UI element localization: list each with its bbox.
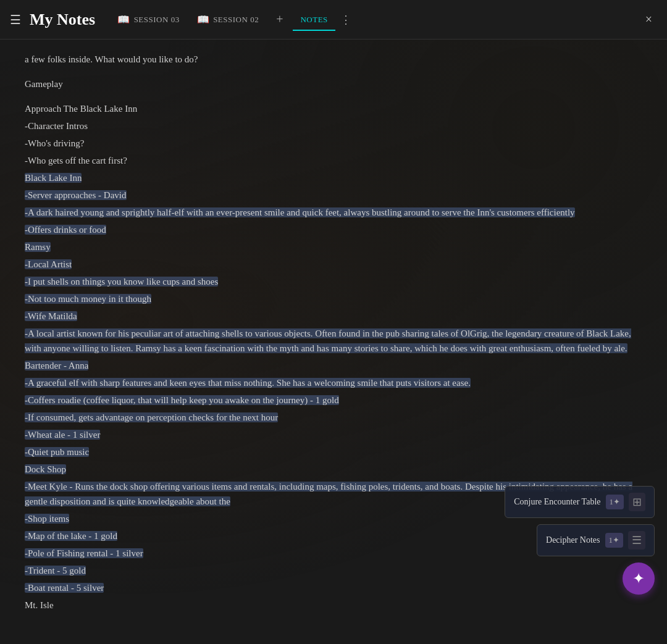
gameplay-section: Gameplay xyxy=(25,77,642,91)
decipher-notes-button[interactable]: Decipher Notes 1✦ ☰ xyxy=(537,524,655,556)
tab-group: 📖 SESSION 03 📖 SESSION 02 + NOTES ⋮ xyxy=(110,7,354,31)
search-lines-icon: ☰ xyxy=(628,531,645,550)
map-line: -Map of the lake - 1 gold xyxy=(25,531,117,541)
tab-session03[interactable]: 📖 SESSION 03 xyxy=(110,9,187,30)
decipher-label: Decipher Notes xyxy=(546,535,600,545)
wife-line: -Wife Matilda xyxy=(25,311,77,321)
tab-notes[interactable]: NOTES xyxy=(293,10,335,31)
black-lake-header: Black Lake Inn xyxy=(25,173,82,183)
bartender-header: Bartender - Anna xyxy=(25,361,88,370)
boat-line: -Boat rental - 5 silver xyxy=(25,583,104,593)
shop-items-line: -Shop items xyxy=(25,514,69,524)
shells-line: -I put shells on things you know like cu… xyxy=(25,277,218,286)
notes-label: NOTES xyxy=(300,15,327,25)
table-grid-icon: ⊞ xyxy=(629,493,645,511)
server-line: -Server approaches - David xyxy=(25,190,127,200)
mt-isle-line: Mt. Isle xyxy=(25,598,642,613)
conjure-shortcut-badge: 1✦ xyxy=(606,495,624,509)
pole-line: -Pole of Fishing rental - 1 silver xyxy=(25,548,143,558)
app-title: My Notes xyxy=(30,10,95,29)
ramsy-desc: -A local artist known for his peculiar a… xyxy=(25,328,631,353)
more-options-button[interactable]: ⋮ xyxy=(338,8,354,31)
conjure-label: Conjure Encounter Table xyxy=(514,497,600,507)
server-desc: -A dark haired young and sprightly half-… xyxy=(25,207,575,217)
decipher-shortcut-badge: 1✦ xyxy=(605,533,624,548)
tab-session02[interactable]: 📖 SESSION 02 xyxy=(190,9,267,30)
offers-line: -Offers drinks or food xyxy=(25,225,106,235)
approach-line-1: -Character Intros xyxy=(25,119,642,133)
ramsy-header: Ramsy xyxy=(25,242,51,252)
dock-header: Dock Shop xyxy=(25,464,66,474)
conjure-encounter-button[interactable]: Conjure Encounter Table 1✦ ⊞ xyxy=(505,486,655,518)
sparkle-icon: ✦ xyxy=(632,570,645,587)
close-button[interactable]: × xyxy=(640,10,657,29)
approach-line-2: -Who's driving? xyxy=(25,136,642,151)
approach-header: Approach The Black Lake Inn xyxy=(25,101,642,116)
coffers-line: -Coffers roadie (coffee liquor, that wil… xyxy=(25,395,339,405)
consumed-line: -If consumed, gets advantage on percepti… xyxy=(25,412,278,422)
session02-label: SESSION 02 xyxy=(213,15,259,25)
session02-book-icon: 📖 xyxy=(197,14,210,25)
conjure-shortcut: 1✦ xyxy=(610,497,621,507)
session03-book-icon: 📖 xyxy=(117,14,130,25)
float-buttons-group: Conjure Encounter Table 1✦ ⊞ Decipher No… xyxy=(505,486,655,595)
add-tab-button[interactable]: + xyxy=(269,7,290,31)
hamburger-icon[interactable]: ☰ xyxy=(10,12,21,27)
toolbar: ☰ My Notes 📖 SESSION 03 📖 SESSION 02 + N… xyxy=(0,0,667,40)
trident-line: -Trident - 5 gold xyxy=(25,566,86,575)
quiet-line: -Quiet pub music xyxy=(25,447,89,457)
decipher-shortcut: 1✦ xyxy=(609,535,620,545)
session03-label: SESSION 03 xyxy=(134,15,180,25)
local-artist-line: -Local Artist xyxy=(25,259,72,269)
approach-line-3: -Who gets off the cart first? xyxy=(25,153,642,168)
sparkle-button[interactable]: ✦ xyxy=(623,562,655,595)
intro-line: a few folks inside. What would you like … xyxy=(25,52,642,67)
money-line: -Not too much money in it though xyxy=(25,294,151,304)
wheat-line: -Wheat ale - 1 silver xyxy=(25,430,100,440)
anna-desc: -A graceful elf with sharp features and … xyxy=(25,378,471,388)
